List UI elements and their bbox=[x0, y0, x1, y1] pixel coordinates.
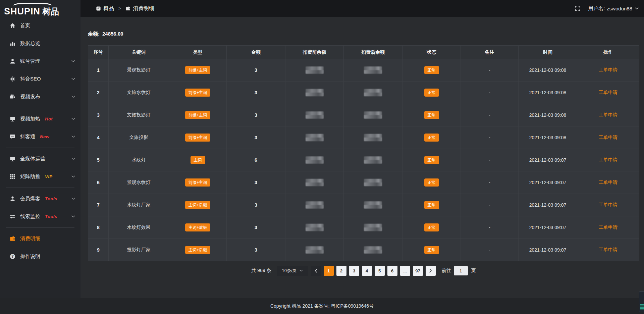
sidebar-item[interactable]: 视频加热Hot bbox=[0, 110, 80, 128]
goto-page-input[interactable] bbox=[454, 266, 468, 275]
type-badge: 前缀+主词 bbox=[185, 89, 210, 97]
page-button[interactable]: 1 bbox=[324, 266, 334, 276]
work-order-link[interactable]: 工单申请 bbox=[599, 112, 618, 118]
pagination: 共 969 条 10条/页 123456...97 前往 页 bbox=[88, 266, 639, 276]
breadcrumb-item-current[interactable]: 消费明细 bbox=[125, 5, 154, 12]
table-row: 8水纹灯效果主词+后缀3正常-2021-12-03 09:07工单申请 bbox=[88, 216, 639, 239]
page-button[interactable]: 3 bbox=[349, 266, 359, 276]
menu-divider bbox=[6, 108, 74, 108]
page-button[interactable]: 2 bbox=[336, 266, 346, 276]
sidebar-item[interactable]: 视频发布 bbox=[0, 88, 80, 106]
member-icon bbox=[9, 196, 16, 202]
work-order-link[interactable]: 工单申请 bbox=[599, 224, 618, 230]
work-order-link[interactable]: 工单申请 bbox=[599, 90, 618, 96]
sidebar-item-label: 矩阵助推 bbox=[20, 173, 40, 180]
chevron-down-icon bbox=[71, 118, 75, 120]
pagination-total: 共 969 条 bbox=[251, 268, 271, 274]
work-order-link[interactable]: 工单申请 bbox=[599, 67, 618, 73]
chevron-down-icon bbox=[300, 270, 303, 272]
work-order-link[interactable]: 工单申请 bbox=[599, 157, 618, 163]
work-order-link[interactable]: 工单申请 bbox=[599, 179, 618, 186]
page-size-select[interactable]: 10条/页 bbox=[277, 266, 308, 276]
fullscreen-icon[interactable] bbox=[575, 6, 580, 11]
sidebar-item-badge: VIP bbox=[45, 174, 52, 179]
cell-amount: 3 bbox=[227, 126, 285, 149]
cell-type: 主词+后缀 bbox=[169, 194, 227, 216]
logo-text-en: SHUPIN bbox=[4, 6, 40, 17]
status-badge: 正常 bbox=[424, 66, 439, 74]
cell-balance-after bbox=[344, 149, 402, 171]
prev-page-button[interactable] bbox=[311, 266, 321, 276]
sidebar-item[interactable]: 抖音SEO bbox=[0, 70, 80, 88]
page-button[interactable]: 5 bbox=[375, 266, 385, 276]
cell-action: 工单申请 bbox=[577, 194, 639, 216]
sidebar-item[interactable]: 抖客通New bbox=[0, 128, 80, 146]
cell-amount: 6 bbox=[227, 149, 285, 171]
sidebar-item[interactable]: ?操作说明 bbox=[0, 248, 80, 265]
sidebar-item-label: 视频发布 bbox=[20, 94, 40, 100]
cell-balance-before bbox=[285, 194, 344, 216]
cell-time: 2021-12-03 09:08 bbox=[519, 82, 577, 104]
cell-balance-before bbox=[285, 171, 344, 194]
user-menu[interactable]: 用户名: zswodun88 bbox=[588, 5, 639, 12]
cell-action: 工单申请 bbox=[577, 59, 639, 82]
sidebar-item[interactable]: 账号管理 bbox=[0, 52, 80, 70]
redacted-balance-before bbox=[306, 66, 324, 74]
page-button[interactable]: 4 bbox=[362, 266, 372, 276]
sidebar-item[interactable]: 会员爆客Tools bbox=[0, 190, 80, 208]
breadcrumb-item-home[interactable]: 树品 bbox=[96, 5, 114, 12]
table-row: 9投影灯厂家主词+后缀3正常-2021-12-03 09:07工单申请 bbox=[88, 239, 639, 261]
work-order-link[interactable]: 工单申请 bbox=[599, 135, 618, 141]
status-badge: 正常 bbox=[424, 178, 439, 187]
floating-widget[interactable] bbox=[639, 292, 644, 312]
chevron-down-icon bbox=[71, 198, 75, 200]
cell-amount: 3 bbox=[227, 171, 285, 194]
cell-amount: 3 bbox=[227, 194, 285, 216]
cell-balance-before bbox=[285, 104, 344, 126]
breadcrumb-label: 树品 bbox=[103, 5, 114, 12]
type-badge: 前缀+主词 bbox=[185, 134, 210, 142]
cell-keyword: 投影灯厂家 bbox=[109, 239, 169, 261]
balance-value: 24856.00 bbox=[102, 31, 123, 37]
cell-action: 工单申请 bbox=[577, 239, 639, 261]
screen-icon bbox=[9, 116, 16, 122]
next-page-button[interactable] bbox=[426, 266, 436, 276]
ellipsis-page-button[interactable]: ... bbox=[400, 266, 410, 276]
cell-type: 前缀+主词 bbox=[169, 59, 227, 82]
sidebar-item[interactable]: 首页 bbox=[0, 17, 80, 35]
sidebar-item[interactable]: 矩阵助推VIP bbox=[0, 168, 80, 186]
redacted-balance-after bbox=[364, 89, 382, 96]
sidebar-item-badge: Tools bbox=[45, 196, 57, 201]
sidebar-item-label: 操作说明 bbox=[20, 253, 40, 260]
redacted-balance-before bbox=[306, 111, 324, 119]
cell-amount: 3 bbox=[227, 104, 285, 126]
table-body: 1景观投影灯前缀+主词3正常-2021-12-03 09:08工单申请2文旅水纹… bbox=[88, 59, 639, 261]
cell-amount: 3 bbox=[227, 239, 285, 261]
sidebar-item[interactable]: 全媒体运营 bbox=[0, 150, 80, 168]
cell-action: 工单申请 bbox=[577, 126, 639, 149]
table-row: 6景观水纹灯前缀+主词3正常-2021-12-03 09:07工单申请 bbox=[88, 171, 639, 194]
column-header: 扣费前余额 bbox=[285, 46, 344, 59]
cell-time: 2021-12-03 09:07 bbox=[519, 239, 577, 261]
cell-serial: 5 bbox=[88, 149, 109, 171]
breadcrumb: 树品 > 消费明细 bbox=[96, 5, 154, 12]
gear-icon bbox=[9, 76, 16, 82]
page-button[interactable]: 97 bbox=[413, 266, 423, 276]
cell-serial: 7 bbox=[88, 194, 109, 216]
cell-action: 工单申请 bbox=[577, 104, 639, 126]
question-icon: ? bbox=[9, 254, 16, 259]
page-button[interactable]: 6 bbox=[387, 266, 397, 276]
work-order-link[interactable]: 工单申请 bbox=[599, 202, 618, 208]
balance: 余额: 24856.00 bbox=[88, 31, 639, 37]
cell-time: 2021-12-03 09:07 bbox=[519, 171, 577, 194]
sidebar-item[interactable]: 消费明细 bbox=[0, 230, 80, 248]
sidebar-item[interactable]: 数据总览 bbox=[0, 35, 80, 52]
type-badge: 前缀+主词 bbox=[185, 66, 210, 74]
cell-time: 2021-12-03 09:08 bbox=[519, 126, 577, 149]
menu-divider bbox=[6, 188, 74, 188]
user-icon bbox=[9, 58, 16, 64]
table-row: 3文旅投影灯前缀+主词3正常-2021-12-03 09:08工单申请 bbox=[88, 104, 639, 126]
type-badge: 主词 bbox=[191, 156, 205, 164]
work-order-link[interactable]: 工单申请 bbox=[599, 247, 618, 253]
sidebar-item[interactable]: 线索监控Tools bbox=[0, 208, 80, 225]
